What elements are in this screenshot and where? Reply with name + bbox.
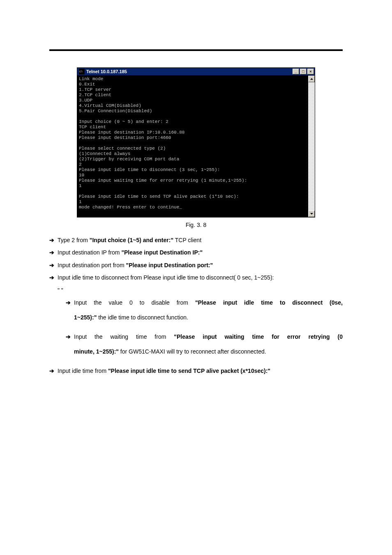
scroll-down-icon: [310, 213, 313, 215]
text: TCP client: [173, 237, 201, 243]
text: for GW51C-MAXI will try to reconnect aft…: [119, 348, 266, 355]
text-bold: minute, 1~255):": [74, 348, 119, 355]
instruction-line-2: ➔ Input destination IP from "Please inpu…: [49, 248, 343, 257]
text: the idle time to disconnect function.: [97, 314, 188, 321]
text: Input the value 0 to disable from: [74, 299, 188, 306]
text-bold: "Please input Destination IP:": [121, 249, 203, 256]
minimize-button[interactable]: _: [293, 69, 299, 74]
scroll-up-icon: [310, 78, 313, 80]
telnet-window: Telnet 10.0.187.185 _ □ × Link mode 0.Ex…: [77, 67, 315, 217]
header-divider: [49, 49, 343, 51]
text: Input idle time from: [58, 368, 108, 374]
instructions: ➔ Type 2 from "Input choice (1~5) and en…: [49, 236, 343, 375]
text: Input destination IP from: [58, 249, 121, 256]
arrow-icon: ➔: [49, 236, 54, 245]
text-bold: "Please input Destination port:": [126, 262, 213, 268]
figure-caption: Fig. 3. 8: [49, 222, 343, 228]
instruction-line-4b: ➔ Input the waiting time from "Please in…: [49, 332, 343, 356]
instruction-line-5: ➔ Input idle time from "Please input idl…: [49, 366, 343, 375]
text-bold: "Please input idle time to send TCP aliv…: [108, 368, 270, 374]
svg-marker-0: [310, 78, 313, 80]
instruction-line-4: ➔ Input idle time to disconnect from Ple…: [49, 273, 343, 282]
arrow-icon: ➔: [49, 273, 54, 282]
close-button[interactable]: ×: [307, 69, 314, 74]
instruction-line-4-quote: " ": [58, 286, 343, 295]
scroll-track[interactable]: [308, 82, 315, 210]
scrollbar[interactable]: [308, 76, 315, 217]
instruction-line-3: ➔ Input destination port from "Please in…: [49, 261, 343, 270]
terminal-output: Link mode 0.Exit 1.TCP server 2.TCP clie…: [77, 76, 308, 217]
cmd-icon: [79, 69, 85, 74]
instruction-line-1: ➔ Type 2 from "Input choice (1~5) and en…: [49, 236, 343, 245]
text: Input the waiting time from: [74, 333, 174, 340]
text: Type 2 from: [58, 237, 90, 243]
text-bold: "Please input waiting time for error ret…: [174, 333, 343, 340]
text: Input destination port from: [58, 262, 126, 268]
svg-marker-1: [310, 213, 313, 215]
arrow-icon: ➔: [66, 298, 71, 307]
text-bold: "Input choice (1~5) and enter:": [90, 237, 173, 243]
instruction-line-4a: ➔ Input the value 0 to disable from "Ple…: [49, 298, 343, 322]
text: Input idle time to disconnect from Pleas…: [58, 274, 274, 281]
window-title: Telnet 10.0.187.185: [86, 69, 127, 74]
maximize-button[interactable]: □: [300, 69, 307, 74]
scroll-down-button[interactable]: [308, 210, 315, 217]
text-bold: 1~255):": [74, 314, 97, 321]
arrow-icon: ➔: [66, 332, 71, 341]
arrow-icon: ➔: [49, 366, 54, 375]
telnet-client-area: Link mode 0.Exit 1.TCP server 2.TCP clie…: [77, 76, 315, 217]
titlebar: Telnet 10.0.187.185 _ □ ×: [77, 68, 315, 76]
arrow-icon: ➔: [49, 248, 54, 257]
arrow-icon: ➔: [49, 261, 54, 270]
scroll-up-button[interactable]: [308, 76, 315, 82]
text-bold: "Please input idle time to disconnect (0…: [195, 299, 343, 306]
